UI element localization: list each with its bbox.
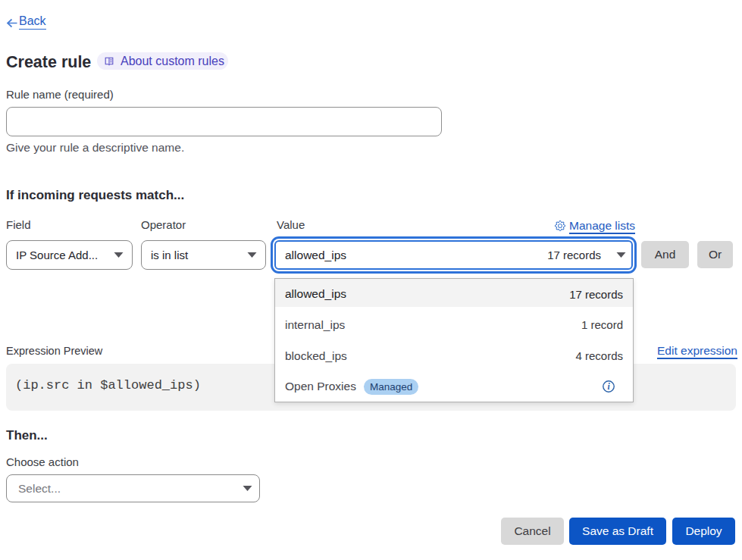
svg-text:i: i — [608, 382, 611, 391]
